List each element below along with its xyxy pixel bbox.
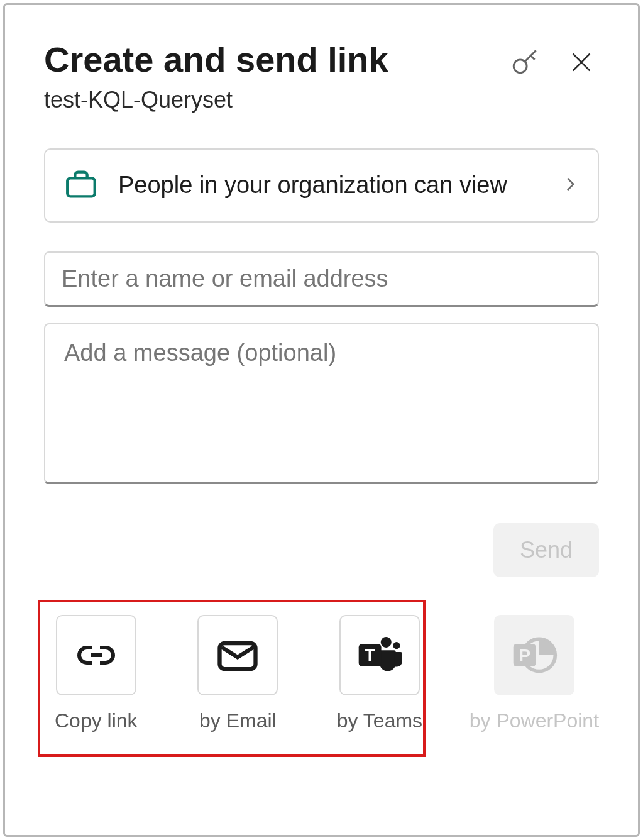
copy-link-button[interactable]	[56, 615, 136, 695]
link-icon	[74, 633, 119, 678]
copy-link-label: Copy link	[55, 709, 138, 732]
by-email-button[interactable]	[197, 615, 278, 695]
header-actions	[510, 47, 599, 78]
by-teams-option: T by Teams	[327, 615, 432, 732]
close-icon	[569, 50, 594, 75]
link-settings-text: People in your organization can view	[118, 169, 560, 201]
copy-link-option: Copy link	[44, 615, 148, 732]
dialog-title: Create and send link	[44, 40, 510, 79]
close-button[interactable]	[569, 50, 594, 75]
message-input[interactable]	[44, 323, 599, 484]
by-teams-label: by Teams	[337, 709, 422, 732]
mail-icon	[214, 631, 261, 679]
svg-point-0	[514, 60, 527, 73]
send-button[interactable]: Send	[493, 523, 599, 577]
share-dialog: Create and send link test-KQL-Queryset	[3, 3, 640, 837]
link-settings-row[interactable]: People in your organization can view	[44, 148, 599, 223]
powerpoint-icon: P	[508, 629, 560, 681]
recipient-input[interactable]	[44, 251, 599, 307]
key-icon	[510, 47, 541, 78]
by-teams-button[interactable]: T	[339, 615, 420, 695]
share-options-row: Copy link by Email T	[44, 615, 599, 732]
by-email-option: by Email	[186, 615, 290, 732]
svg-point-3	[381, 637, 392, 648]
by-powerpoint-button[interactable]: P	[494, 615, 574, 695]
dialog-header: Create and send link test-KQL-Queryset	[44, 40, 599, 113]
title-wrap: Create and send link test-KQL-Queryset	[44, 40, 510, 113]
svg-point-4	[393, 642, 400, 649]
dialog-subtitle: test-KQL-Queryset	[44, 87, 510, 113]
send-row: Send	[44, 523, 599, 577]
by-powerpoint-label: by PowerPoint	[470, 709, 599, 732]
svg-rect-1	[67, 178, 95, 196]
svg-text:P: P	[519, 645, 530, 665]
briefcase-icon	[63, 166, 99, 205]
by-email-label: by Email	[199, 709, 277, 732]
svg-text:T: T	[365, 645, 375, 665]
by-powerpoint-option: P by PowerPoint	[470, 615, 599, 732]
chevron-right-icon	[560, 174, 580, 197]
teams-icon: T	[354, 629, 405, 681]
key-button[interactable]	[510, 47, 541, 78]
